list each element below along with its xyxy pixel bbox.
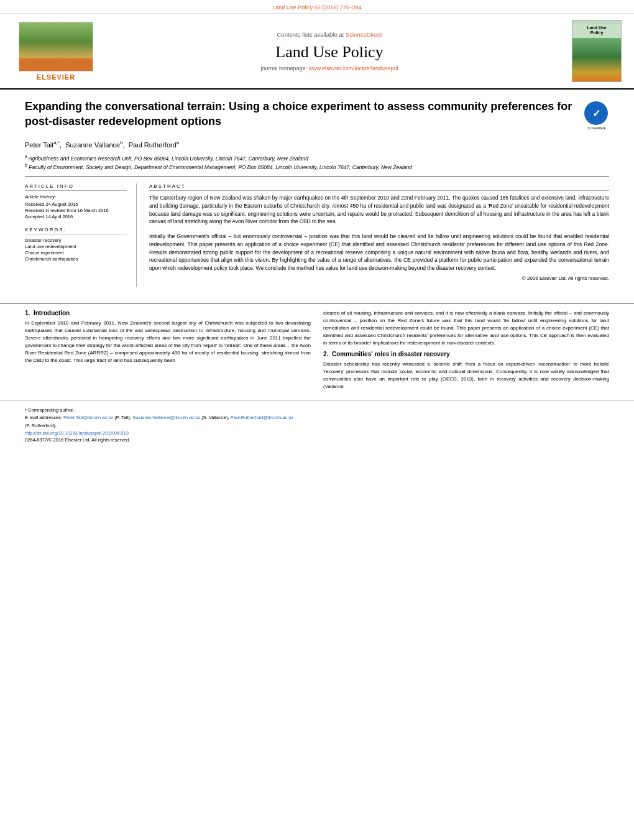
issn-line: 0264-8377/© 2016 Elsevier Ltd. All right… [25,437,609,443]
section-1-number: 1. [25,310,30,316]
article-meta-two-col: ARTICLE INFO Article history: Received 2… [25,177,609,287]
section-2-label: Communities' roles in disaster recovery [332,351,450,358]
abstract-text: The Canterbury region of New Zealand was… [149,194,609,226]
affil-2-text: Faculty of Environment, Society and Desi… [29,164,412,170]
body-two-col: 1. Introduction In September 2010 and Fe… [0,310,634,394]
article-footer: * Corresponding author. E-mail addresses… [0,400,634,446]
elsevier-image [19,22,93,72]
section-1-text: In September 2010 and February 2011, New… [25,320,311,364]
email-link-3[interactable]: Paul.Rutherford@lincoln.ac.nz [231,415,293,420]
email-link-1[interactable]: Peter.Tait@lincoln.ac.nz [63,415,113,420]
email-1-person: (P. Tait), [113,415,131,420]
article-title: Expanding the conversational terrain: Us… [25,99,575,129]
copyright-line: © 2016 Elsevier Ltd. All rights reserved… [149,275,609,281]
article-info-section: ARTICLE INFO Article history: Received 2… [25,183,127,219]
page-wrapper: Land Use Policy 55 (2016) 275–284 ELSEVI… [0,0,634,840]
journal-info-center: Contents lists available at ScienceDirec… [99,31,559,72]
homepage-link[interactable]: www.elsevier.com/locate/landusepol [308,65,398,72]
elsevier-logo: ELSEVIER [12,22,99,81]
section-1-title: 1. Introduction [25,310,311,316]
sciencedirect-link[interactable]: ScienceDirect [346,31,382,38]
contents-line: Contents lists available at ScienceDirec… [112,31,547,38]
body-right-col: cleared of all housing, infrastructure a… [323,310,609,394]
crossmark-label: CrossMark [584,126,609,130]
abstract-col: ABSTRACT The Canterbury region of New Ze… [149,183,609,287]
keywords-heading: Keywords: [25,227,127,234]
thumb-title: Land UsePolicy [572,24,621,38]
authors-line: Peter Taita,*, Suzanne Vallanceb, Paul R… [25,140,609,149]
journal-thumbnail: Land UsePolicy [572,20,622,82]
section-1-label: Introduction [34,310,70,316]
article-content: Expanding the conversational terrain: Us… [0,90,634,297]
author-1-name: Peter Tait [25,141,53,149]
publisher-logo-area: ELSEVIER [12,22,99,81]
abstract-section: ABSTRACT The Canterbury region of New Ze… [149,183,609,281]
affil-1-text: Agribusiness and Economics Research Unit… [29,155,308,161]
author-3-name: Paul Rutherford [129,141,177,149]
author-3-sup: a [177,140,179,145]
article-info-col: ARTICLE INFO Article history: Received 2… [25,183,137,287]
abstract-heading: ABSTRACT [149,183,609,191]
contents-text: Contents lists available at [277,31,346,38]
crossmark-icon: ✓ [584,101,608,125]
keyword-2: Land use redevelopment [25,244,127,249]
email-3-person-line: (P. Rutherford). [25,423,609,430]
email-label: E-mail addresses: [25,415,63,420]
email-2-person: (S. Vallance), [200,415,229,420]
doi-link[interactable]: http://dx.doi.org/10.1016/j.landusepol.2… [25,430,129,436]
doi-line: http://dx.doi.org/10.1016/j.landusepol.2… [25,430,609,436]
journal-thumbnail-area: Land UsePolicy [559,20,622,82]
section-divider [0,303,634,303]
received-revised-date: Received in revised form 16 March 2016 [25,208,127,213]
email-addresses-note: E-mail addresses: Peter.Tait@lincoln.ac.… [25,415,609,422]
affil-1-sup: a [25,154,27,159]
elsevier-label: ELSEVIER [37,73,75,81]
accepted-date: Accepted 14 April 2016 [25,214,127,219]
article-info-heading: ARTICLE INFO [25,183,127,191]
section-2-title: 2. Communities' roles in disaster recove… [323,351,609,358]
keyword-1: Disaster recovery [25,238,127,243]
corresponding-author-note: * Corresponding author. [25,407,609,414]
abstract-text-2: Initially the Government's official – bu… [149,233,609,272]
article-title-section: Expanding the conversational terrain: Us… [25,99,609,135]
author-2-name: Suzanne Vallance [65,141,120,149]
journal-homepage: journal homepage: www.elsevier.com/locat… [112,65,547,72]
journal-title: Land Use Policy [112,43,547,62]
section-2-number: 2. [323,351,328,358]
homepage-label: journal homepage: [260,65,308,72]
article-history-label: Article history: [25,194,127,200]
journal-citation: Land Use Policy 55 (2016) 275–284 [272,4,362,11]
keyword-3: Choice experiment [25,250,127,256]
email-link-2[interactable]: Suzanne.Vallance@lincoln.ac.nz [132,415,200,420]
section-2-text: Disaster scholarship has recently witnes… [323,361,609,390]
section-1-cont-text: cleared of all housing, infrastructure a… [323,310,609,347]
body-left-col: 1. Introduction In September 2010 and Fe… [25,310,311,394]
crossmark-logo: ✓ CrossMark [584,101,609,130]
author-2-sup: b [120,140,122,145]
journal-citation-bar: Land Use Policy 55 (2016) 275–284 [0,0,634,14]
affiliations: a Agribusiness and Economics Research Un… [25,154,609,172]
journal-header: ELSEVIER Contents lists available at Sci… [0,14,634,90]
keyword-4: Christchurch earthquakes [25,256,127,262]
author-1-sup: a,* [53,140,60,145]
affil-2-sup: b [25,163,27,167]
keywords-section: Keywords: Disaster recovery Land use red… [25,227,127,262]
received-date: Received 24 August 2015 [25,201,127,207]
